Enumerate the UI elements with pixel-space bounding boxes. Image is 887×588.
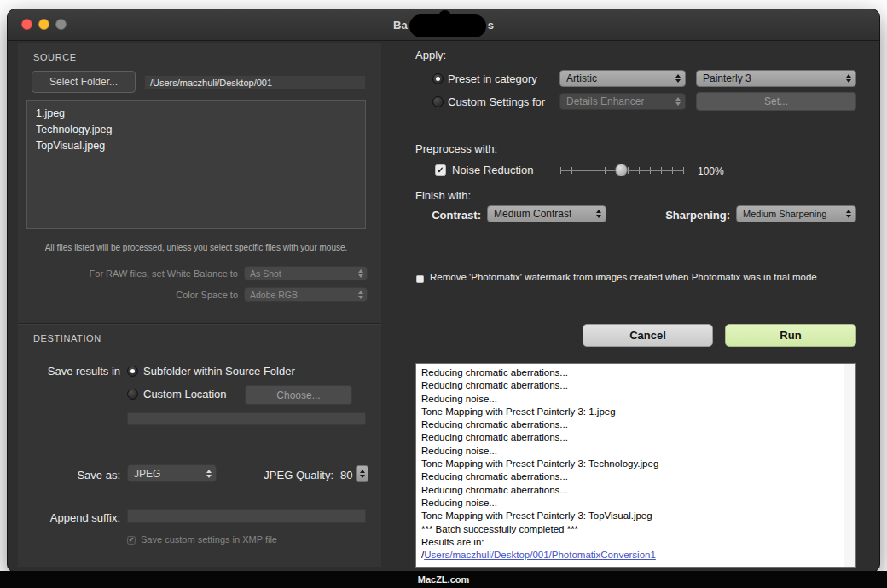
choose-location-button[interactable]: Choose...: [245, 385, 352, 405]
xmp-checkbox-label: Save custom settings in XMP file: [141, 534, 277, 545]
log-line: Reducing chromatic aberrations...: [421, 418, 840, 431]
contrast-label: Contrast:: [417, 209, 481, 222]
custom-location-radio-label: Custom Location: [143, 388, 227, 401]
contrast-value: Medium Contrast: [494, 208, 571, 220]
run-button-label: Run: [780, 329, 801, 342]
color-space-value: Adobe RGB: [250, 290, 298, 300]
dropdown-arrows-icon: [846, 74, 851, 83]
preprocess-section-label: Preprocess with:: [415, 142, 497, 155]
log-line: Results are in:: [421, 536, 840, 549]
log-line: Reducing chromatic aberrations...: [421, 470, 840, 483]
color-space-label: Color Space to: [55, 290, 238, 300]
preset-in-category-label: Preset in category: [448, 72, 537, 85]
window-title-suffix: s: [488, 19, 494, 32]
finish-section-label: Finish with:: [415, 189, 471, 202]
subfolder-radio-label: Subfolder within Source Folder: [143, 365, 295, 378]
destination-section-label: DESTINATION: [33, 333, 101, 343]
noise-reduction-label: Noise Reduction: [452, 164, 533, 176]
source-section-label: SOURCE: [33, 52, 77, 62]
set-button[interactable]: Set...: [696, 92, 856, 111]
method-select[interactable]: Details Enhancer: [559, 93, 686, 110]
log-line: Reducing chromatic aberrations...: [421, 366, 840, 379]
log-line: Reducing chromatic aberrations...: [421, 431, 840, 444]
log-line: Tone Mapping with Preset Painterly 3: Te…: [421, 458, 840, 470]
save-results-label: Save results in: [25, 365, 120, 378]
jpeg-quality-stepper[interactable]: [356, 465, 368, 482]
sharpening-value: Medium Sharpening: [743, 209, 826, 219]
noise-reduction-value: 100%: [698, 165, 724, 177]
save-as-value: JPEG: [134, 468, 160, 480]
source-folder-path-field[interactable]: /Users/maczhuli/Desktop/001: [144, 75, 366, 89]
stepper-up-icon: [360, 470, 365, 473]
custom-settings-radio[interactable]: [432, 96, 444, 107]
color-space-select[interactable]: Adobe RGB: [244, 287, 368, 302]
append-suffix-field[interactable]: [127, 509, 366, 523]
choose-location-button-label: Choose...: [276, 389, 320, 401]
dropdown-arrows-icon: [596, 210, 601, 218]
noise-reduction-slider[interactable]: [560, 163, 684, 178]
dropdown-arrows-icon: [675, 74, 681, 83]
log-results-line: /Users/maczhuli/Desktop/001/PhotomatixCo…: [421, 549, 840, 562]
select-folder-button[interactable]: Select Folder...: [32, 71, 136, 93]
dropdown-arrows-icon: [358, 269, 363, 278]
method-value: Details Enhancer: [566, 95, 644, 107]
white-balance-label: For RAW files, set White Balance to: [55, 268, 238, 279]
custom-location-path-field[interactable]: [127, 412, 366, 425]
subfolder-radio[interactable]: [127, 366, 138, 377]
section-divider: [18, 323, 381, 324]
append-suffix-label: Append suffix:: [33, 511, 120, 524]
log-scrollbar-track[interactable]: [844, 364, 855, 567]
footer-bar: MacZL.com: [0, 571, 887, 588]
log-line: Tone Mapping with Preset Painterly 3: 1.…: [421, 406, 840, 418]
cancel-button-label: Cancel: [629, 329, 666, 342]
cancel-button[interactable]: Cancel: [583, 324, 713, 347]
log-line: Reducing noise...: [421, 393, 840, 406]
save-as-label: Save as:: [42, 469, 120, 481]
log-line: Tone Mapping with Preset Painterly 3: To…: [421, 510, 840, 522]
preset-select[interactable]: Painterly 3: [696, 70, 856, 87]
dropdown-arrows-icon: [206, 470, 212, 478]
file-list-item[interactable]: TopVisual.jpeg: [36, 138, 357, 154]
batch-log-output[interactable]: Reducing chromatic aberrations... Reduci…: [415, 363, 856, 568]
noise-reduction-slider-thumb[interactable]: [615, 164, 628, 176]
contrast-select[interactable]: Medium Contrast: [487, 205, 606, 222]
apply-section-label: Apply:: [415, 49, 446, 61]
custom-settings-label: Custom Settings for: [448, 95, 545, 108]
dropdown-arrows-icon: [675, 97, 681, 106]
log-line: Reducing chromatic aberrations...: [421, 484, 840, 497]
remove-watermark-label: Remove 'Photomatix' watermark from image…: [430, 272, 817, 282]
jpeg-quality-value: 80: [340, 469, 352, 481]
dropdown-arrows-icon: [358, 291, 363, 299]
xmp-checkbox[interactable]: [127, 536, 136, 545]
window-title-prefix: Ba: [393, 19, 408, 32]
noise-reduction-checkbox[interactable]: [435, 164, 446, 176]
title-redaction-blob-bump: [438, 10, 451, 23]
run-button[interactable]: Run: [725, 324, 856, 347]
footer-brand-text: MacZL.com: [418, 574, 470, 585]
source-file-list[interactable]: 1.jpeg Technology.jpeg TopVisual.jpeg: [26, 100, 366, 229]
white-balance-value: As Shot: [250, 268, 281, 279]
select-folder-button-label: Select Folder...: [49, 76, 118, 88]
white-balance-select[interactable]: As Shot: [244, 266, 368, 280]
preset-value: Painterly 3: [703, 72, 751, 84]
log-line: Reducing noise...: [421, 445, 840, 458]
file-list-item[interactable]: 1.jpeg: [36, 106, 357, 122]
remove-watermark-checkbox[interactable]: [416, 275, 424, 283]
sharpening-label: Sharpening:: [605, 209, 730, 222]
jpeg-quality-label: JPEG Quality:: [240, 469, 333, 481]
results-folder-link[interactable]: Users/maczhuli/Desktop/001/PhotomatixCon…: [424, 550, 656, 560]
category-select[interactable]: Artistic: [559, 70, 686, 87]
file-list-item[interactable]: Technology.jpeg: [36, 122, 357, 138]
sharpening-select[interactable]: Medium Sharpening: [736, 205, 856, 222]
category-value: Artistic: [566, 72, 597, 84]
file-selection-note: All files listed will be processed, unle…: [26, 243, 366, 252]
dropdown-arrows-icon: [846, 210, 851, 218]
preset-in-category-radio[interactable]: [432, 73, 444, 84]
title-bar: Ba s: [8, 9, 879, 41]
set-button-label: Set...: [764, 95, 788, 107]
stepper-down-icon: [360, 475, 365, 478]
log-line: Reducing chromatic aberrations...: [421, 379, 840, 392]
save-as-select[interactable]: JPEG: [127, 464, 217, 482]
log-line: *** Batch successfully completed ***: [421, 523, 840, 536]
custom-location-radio[interactable]: [127, 389, 138, 400]
